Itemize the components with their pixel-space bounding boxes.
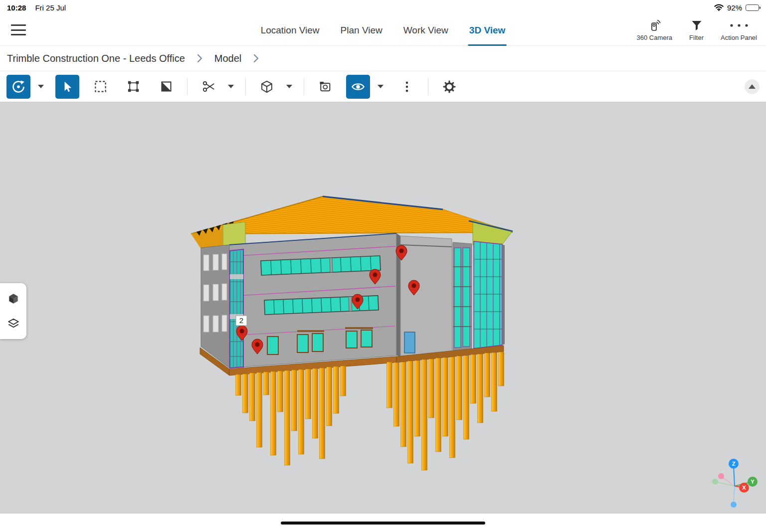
cube-icon: [260, 80, 274, 94]
scissors-icon: [202, 80, 215, 93]
pin-count-badge[interactable]: 2: [236, 316, 247, 326]
cut-tool-button[interactable]: [196, 75, 220, 99]
snapshot-icon: [318, 80, 332, 94]
model-viewport: 2: [0, 102, 766, 514]
menu-button[interactable]: [11, 23, 26, 36]
select-tool-button[interactable]: [55, 75, 79, 99]
tab-plan-view[interactable]: Plan View: [340, 15, 383, 46]
home-indicator[interactable]: [281, 522, 485, 525]
svg-text:Z: Z: [732, 461, 736, 467]
toolbar-divider: [187, 78, 188, 95]
axis-minus-z-dot[interactable]: [731, 502, 737, 508]
axis-z-handle[interactable]: Z: [729, 459, 739, 469]
nav-actions: 360 Camera Filter Action Panel: [637, 18, 757, 41]
tab-3d-view[interactable]: 3D View: [468, 15, 507, 46]
axis-gizmo[interactable]: Z Y X: [706, 457, 766, 513]
status-date: Fri 25 Jul: [35, 3, 66, 12]
status-bar: 10:28 Fri 25 Jul 92%: [0, 0, 766, 15]
selection-handles-icon: [127, 80, 140, 93]
axis-minus-y-dot[interactable]: [712, 479, 718, 485]
snapshot-button[interactable]: [313, 75, 337, 99]
contrast-tool-button[interactable]: [154, 75, 178, 99]
axis-minus-x-dot[interactable]: [718, 473, 724, 479]
battery-icon: [746, 4, 759, 11]
wifi-icon: [714, 4, 724, 11]
chevron-down-icon: [286, 85, 292, 88]
nav-bar: Location View Plan View Work View 3D Vie…: [0, 15, 766, 46]
toolbar-divider: [304, 78, 304, 95]
cut-tool-dropdown[interactable]: [225, 75, 236, 99]
model-tool-dropdown[interactable]: [284, 75, 295, 99]
contrast-icon: [160, 80, 173, 93]
toolbar-divider: [428, 78, 428, 95]
svg-text:2: 2: [239, 316, 243, 325]
breadcrumb-project[interactable]: Trimble Construction One - Leeds Office: [7, 53, 185, 64]
collapse-toolbar-button[interactable]: [745, 79, 760, 94]
camera-360-button[interactable]: 360 Camera: [637, 18, 673, 41]
layers-icon: [7, 317, 20, 330]
ellipsis-icon: [729, 18, 750, 33]
filter-label: Filter: [689, 34, 704, 41]
camera-360-label: 360 Camera: [637, 34, 673, 41]
visibility-dropdown[interactable]: [375, 75, 386, 99]
eye-icon: [351, 80, 365, 94]
settings-button[interactable]: [437, 75, 461, 99]
tab-work-view[interactable]: Work View: [402, 15, 449, 46]
orbit-icon: [11, 80, 25, 94]
bottom-bar: [0, 514, 766, 532]
marquee-icon: [94, 80, 107, 93]
action-panel-label: Action Panel: [721, 34, 757, 41]
breadcrumb: Trimble Construction One - Leeds Office …: [0, 46, 766, 71]
app-screen: 10:28 Fri 25 Jul 92% Location View Plan …: [0, 0, 766, 532]
model-views-button[interactable]: [0, 286, 26, 311]
svg-text:Y: Y: [751, 479, 755, 485]
marquee-select-button[interactable]: [88, 75, 112, 99]
chevron-right-icon: [253, 54, 259, 63]
camera-360-icon: [648, 18, 661, 33]
view-tools-panel: [0, 283, 26, 339]
gear-icon: [442, 80, 456, 94]
action-panel-button[interactable]: Action Panel: [721, 18, 757, 41]
axis-y-handle[interactable]: Y: [748, 477, 758, 487]
chevron-down-icon: [38, 85, 44, 88]
chevron-down-icon: [378, 85, 383, 88]
hamburger-icon: [11, 24, 26, 26]
chevron-down-icon: [228, 85, 234, 88]
svg-text:X: X: [742, 485, 746, 491]
more-options-button[interactable]: [395, 75, 419, 99]
model-tool-button[interactable]: [255, 75, 279, 99]
toolbar: [0, 71, 766, 102]
chevron-right-icon: [197, 54, 202, 63]
visibility-button[interactable]: [346, 75, 370, 99]
breadcrumb-model[interactable]: Model: [214, 53, 241, 64]
view-tabs: Location View Plan View Work View 3D Vie…: [260, 15, 507, 46]
chevron-up-icon: [749, 84, 756, 89]
cursor-icon: [61, 80, 74, 93]
box-select-button[interactable]: [121, 75, 145, 99]
3d-model-canvas[interactable]: 2: [0, 102, 766, 514]
orbit-tool-dropdown[interactable]: [35, 75, 46, 99]
toolbar-divider: [245, 78, 246, 95]
filter-icon: [691, 18, 703, 33]
kebab-icon: [400, 80, 413, 93]
filter-button[interactable]: Filter: [689, 18, 704, 41]
orbit-tool-button[interactable]: [6, 75, 30, 99]
status-time: 10:28: [7, 3, 26, 12]
axis-x-handle[interactable]: X: [739, 483, 749, 493]
layers-button[interactable]: [0, 311, 26, 336]
tab-location-view[interactable]: Location View: [260, 15, 321, 46]
cube-icon: [7, 292, 20, 305]
battery-percent: 92%: [727, 3, 742, 12]
